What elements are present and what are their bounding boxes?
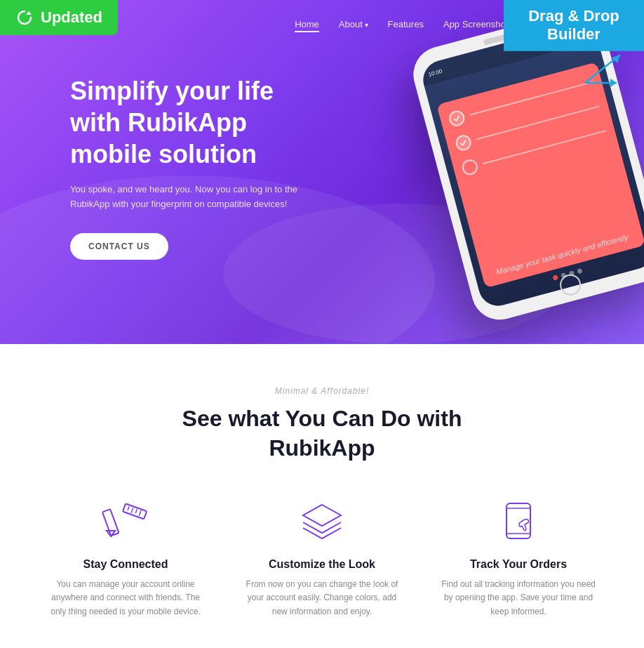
features-section: Minimal & Affordable! See what You Can D… bbox=[0, 344, 644, 648]
feature-title-1: Customize the Look bbox=[245, 558, 399, 571]
svg-line-11 bbox=[139, 511, 141, 517]
dnd-arrow-icon bbox=[578, 48, 634, 90]
feature-track: Track Your Orders Find out all tracking … bbox=[441, 498, 596, 619]
svg-rect-7 bbox=[123, 503, 147, 519]
refresh-icon bbox=[15, 8, 34, 27]
hero-subtitle: You spoke, and we heard you. Now you can… bbox=[70, 183, 309, 212]
hero-section: RubikApp Home About Features App Screens… bbox=[0, 0, 644, 344]
svg-line-10 bbox=[135, 509, 137, 513]
feature-desc-0: You can manage your account online anywh… bbox=[48, 578, 203, 619]
svg-marker-4 bbox=[610, 79, 617, 87]
check-item-1 bbox=[448, 109, 467, 128]
feature-title-2: Track Your Orders bbox=[441, 558, 596, 571]
svg-marker-0 bbox=[26, 11, 32, 15]
hero-content: Simplify your life with RubikApp mobile … bbox=[0, 47, 337, 260]
features-title: See what You Can Do with RubikApp bbox=[182, 404, 462, 463]
svg-line-9 bbox=[131, 508, 133, 513]
check-item-2 bbox=[454, 133, 473, 152]
layers-icon bbox=[294, 498, 350, 547]
check-item-3 bbox=[460, 158, 479, 177]
svg-line-8 bbox=[128, 506, 129, 510]
dnd-line2: Builder bbox=[547, 25, 601, 43]
nav-home[interactable]: Home bbox=[295, 19, 319, 32]
updated-badge: Updated bbox=[0, 0, 118, 35]
hero-title: Simplify your life with RubikApp mobile … bbox=[70, 75, 309, 170]
svg-marker-12 bbox=[303, 505, 341, 526]
feature-desc-2: Find out all tracking information you ne… bbox=[441, 578, 596, 619]
contact-us-button[interactable]: CONTACT US bbox=[70, 233, 168, 260]
svg-rect-5 bbox=[102, 509, 119, 536]
updated-label: Updated bbox=[41, 8, 102, 27]
feature-desc-1: From now on you can change the look of y… bbox=[245, 578, 399, 619]
svg-marker-2 bbox=[612, 55, 620, 63]
dnd-badge: Drag & Drop Builder bbox=[504, 0, 644, 51]
dnd-line1: Drag & Drop bbox=[528, 7, 619, 25]
features-label: Minimal & Affordable! bbox=[28, 386, 616, 396]
pencil-ruler-icon bbox=[98, 498, 154, 547]
feature-title-0: Stay Connected bbox=[48, 558, 203, 571]
features-grid: Stay Connected You can manage your accou… bbox=[28, 498, 616, 619]
touch-device-icon bbox=[490, 498, 546, 547]
feature-stay-connected: Stay Connected You can manage your accou… bbox=[48, 498, 203, 619]
feature-customize: Customize the Look From now on you can c… bbox=[245, 498, 399, 619]
